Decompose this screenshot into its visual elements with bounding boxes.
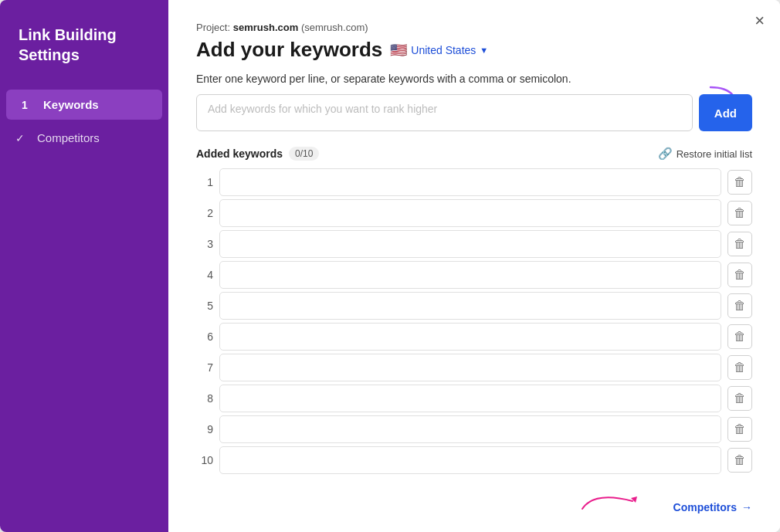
- delete-row-9-button[interactable]: 🗑: [727, 417, 752, 442]
- country-selector[interactable]: 🇺🇸 United States ▼: [390, 42, 488, 59]
- sidebar-item-competitors[interactable]: ✓ Competitors: [0, 123, 168, 153]
- chevron-down-icon: ▼: [480, 46, 488, 55]
- sidebar-title: Link BuildingSettings: [0, 25, 168, 90]
- row-num-1: 1: [196, 176, 213, 188]
- page-title: Add your keywords: [196, 38, 382, 62]
- delete-row-1-button[interactable]: 🗑: [727, 170, 752, 195]
- keyword-rows-list: 1 🗑 2 🗑 3 🗑 4 🗑 5 🗑: [196, 168, 752, 492]
- instructions-text: Enter one keyword per line, or separate …: [196, 73, 752, 85]
- keyword-row-input-5[interactable]: [219, 292, 721, 320]
- row-num-7: 7: [196, 361, 213, 374]
- close-button[interactable]: ×: [755, 12, 765, 29]
- country-flag: 🇺🇸: [390, 42, 407, 59]
- curved-arrow-bottom-decoration: [578, 487, 640, 512]
- table-row: 8 🗑: [196, 385, 752, 412]
- row-num-10: 10: [196, 454, 213, 466]
- footer-area: Competitors →: [196, 501, 752, 513]
- row-num-4: 4: [196, 269, 213, 281]
- table-row: 5 🗑: [196, 292, 752, 320]
- table-row: 7 🗑: [196, 354, 752, 381]
- keywords-count-badge: 0/10: [289, 147, 319, 161]
- keyword-input-row: Add: [196, 94, 752, 131]
- page-title-row: Add your keywords 🇺🇸 United States ▼: [196, 38, 752, 62]
- competitors-link-label: Competitors: [673, 501, 737, 513]
- keyword-row-input-9[interactable]: [219, 415, 721, 443]
- row-num-2: 2: [196, 207, 213, 219]
- keyword-row-input-3[interactable]: [219, 230, 721, 258]
- restore-label: Restore initial list: [677, 148, 752, 160]
- delete-row-5-button[interactable]: 🗑: [727, 293, 752, 318]
- restore-icon: 🔗: [658, 147, 673, 161]
- sidebar-item-keywords[interactable]: 1 Keywords: [6, 90, 162, 120]
- sidebar: Link BuildingSettings 1 Keywords ✓ Compe…: [0, 0, 168, 532]
- keyword-input[interactable]: [196, 94, 693, 131]
- keyword-row-input-6[interactable]: [219, 323, 721, 351]
- table-row: 9 🗑: [196, 415, 752, 443]
- table-row: 10 🗑: [196, 446, 752, 474]
- modal: Link BuildingSettings 1 Keywords ✓ Compe…: [0, 0, 780, 532]
- table-row: 2 🗑: [196, 199, 752, 227]
- delete-row-3-button[interactable]: 🗑: [727, 232, 752, 256]
- restore-initial-list-button[interactable]: 🔗 Restore initial list: [658, 147, 752, 161]
- keyword-row-input-8[interactable]: [219, 385, 721, 412]
- row-num-5: 5: [196, 300, 213, 312]
- row-num-9: 9: [196, 423, 213, 435]
- delete-row-10-button[interactable]: 🗑: [727, 448, 752, 473]
- table-row: 1 🗑: [196, 168, 752, 196]
- table-row: 3 🗑: [196, 230, 752, 258]
- delete-row-6-button[interactable]: 🗑: [727, 324, 752, 349]
- competitors-arrow-icon: →: [741, 501, 752, 513]
- keyword-row-input-7[interactable]: [219, 354, 721, 381]
- main-content: × Project: semrush.com (semrush.com) Add…: [168, 0, 780, 532]
- row-num-8: 8: [196, 392, 213, 405]
- row-num-6: 6: [196, 330, 213, 343]
- sidebar-item-label-keywords: Keywords: [43, 98, 99, 111]
- keyword-row-input-2[interactable]: [219, 199, 721, 227]
- delete-row-2-button[interactable]: 🗑: [727, 201, 752, 225]
- row-num-3: 3: [196, 238, 213, 250]
- delete-row-4-button[interactable]: 🗑: [727, 263, 752, 287]
- sidebar-item-label-competitors: Competitors: [37, 131, 100, 144]
- keyword-row-input-4[interactable]: [219, 261, 721, 289]
- project-name: semrush.com: [233, 22, 299, 33]
- project-domain: (semrush.com): [301, 22, 368, 33]
- add-button[interactable]: Add: [699, 94, 752, 131]
- table-row: 6 🗑: [196, 323, 752, 351]
- delete-row-8-button[interactable]: 🗑: [727, 386, 752, 411]
- competitors-link[interactable]: Competitors →: [673, 501, 752, 513]
- added-keywords-header: Added keywords 0/10 🔗 Restore initial li…: [196, 147, 752, 161]
- table-row: 4 🗑: [196, 261, 752, 289]
- keyword-row-input-10[interactable]: [219, 446, 721, 474]
- delete-row-7-button[interactable]: 🗑: [727, 355, 752, 380]
- country-name: United States: [411, 44, 476, 56]
- project-label: Project: semrush.com (semrush.com): [196, 22, 752, 33]
- sidebar-item-check: ✓: [15, 132, 29, 144]
- keyword-row-input-1[interactable]: [219, 168, 721, 196]
- sidebar-item-num-1: 1: [22, 99, 36, 111]
- added-keywords-label: Added keywords 0/10: [196, 147, 319, 161]
